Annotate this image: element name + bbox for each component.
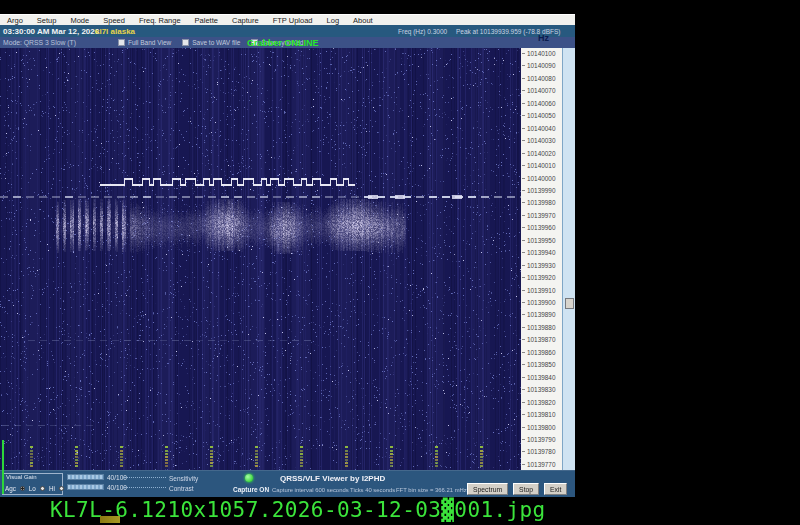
freq-scale-label: 10139840 xyxy=(521,374,562,382)
hz-unit-label: Hz xyxy=(538,33,549,43)
menu-item-speed[interactable]: Speed xyxy=(96,16,132,25)
capture-led-icon xyxy=(245,474,253,482)
sensitivity-slider-track[interactable] xyxy=(124,477,166,478)
freq-scale-label: 10139800 xyxy=(521,424,562,432)
freq-scale-label: 10139900 xyxy=(521,299,562,307)
freq-scale-label: 10139940 xyxy=(521,249,562,257)
freq-scale-label: 10139830 xyxy=(521,386,562,394)
contrast-label: Contrast xyxy=(169,485,194,492)
freq-scale-label: 10139890 xyxy=(521,311,562,319)
checkbox-label: Full Band View xyxy=(128,39,171,46)
stop-button[interactable]: Stop xyxy=(513,483,539,495)
mode-label: Mode: QRSS 3 Slow (T) xyxy=(3,39,76,46)
contrast-slider[interactable] xyxy=(67,484,104,490)
hi-label: Hi xyxy=(49,485,55,492)
hi-radio[interactable] xyxy=(59,486,64,491)
current-time-cursor xyxy=(2,470,4,494)
menu-item-mode[interactable]: Mode xyxy=(63,16,96,25)
freq-scale-label: 10139780 xyxy=(521,448,562,456)
freq-scale-label: 10140040 xyxy=(521,125,562,133)
freq-scale-label: 10139920 xyxy=(521,274,562,282)
spectrum-button[interactable]: Spectrum xyxy=(467,483,508,495)
ticks-label: Ticks 40 seconds xyxy=(350,487,395,493)
info-bar: 03:30:00 AM Mar 12, 2026 kl7l alaska Fre… xyxy=(0,25,575,37)
freq-scale-label: 10139950 xyxy=(521,237,562,245)
freq-scale-label: 10140090 xyxy=(521,62,562,70)
freq-scale-label: 10139850 xyxy=(521,361,562,369)
mode-bar: Mode: QRSS 3 Slow (T) Full Band ViewSave… xyxy=(0,37,575,48)
datetime-display: 03:30:00 AM Mar 12, 2026 xyxy=(3,27,99,36)
spectrogram-display xyxy=(0,48,521,470)
frequency-scrollbar[interactable] xyxy=(562,48,575,470)
checkbox-full-band-view[interactable]: Full Band View xyxy=(118,39,171,46)
button-group: SpectrumStopExit xyxy=(467,483,567,495)
freq-scale-label: 10139790 xyxy=(521,436,562,444)
lo-label: Lo xyxy=(29,485,36,492)
freq-scale-label: 10139990 xyxy=(521,187,562,195)
freq-scale-label: 10139810 xyxy=(521,411,562,419)
menu-item-setup[interactable]: Setup xyxy=(30,16,64,25)
agc-radio[interactable] xyxy=(20,486,25,491)
freq-scale-label: 10139860 xyxy=(521,349,562,357)
capture-status: Capture ON xyxy=(233,486,269,493)
lo-radio[interactable] xyxy=(40,486,45,491)
freq-readout: Freq (Hz) 0.3000 xyxy=(398,28,447,35)
menu-bar: ArgoSetupModeSpeedFreq. RangePaletteCapt… xyxy=(0,14,575,25)
freq-scale-label: 10140020 xyxy=(521,150,562,158)
agc-label: Agc xyxy=(5,485,16,492)
freq-scale-label: 10139820 xyxy=(521,399,562,407)
freq-scale-label: 10139770 xyxy=(521,461,562,469)
freq-scale-label: 10140070 xyxy=(521,87,562,95)
menu-item-freq-range[interactable]: Freq. Range xyxy=(132,16,188,25)
freq-scale-label: 10139970 xyxy=(521,212,562,220)
freq-scale-label: 10139960 xyxy=(521,224,562,232)
control-bar: Visual Gain Agc Lo Hi 40/100 Sensitivity… xyxy=(0,470,575,497)
agc-radio-group: Agc Lo Hi xyxy=(5,485,64,492)
menu-item-palette[interactable]: Palette xyxy=(188,16,225,25)
grabber-image-filename: KL7L-6.1210x1057.2026-03-12-03▓001.jpg xyxy=(50,498,546,522)
menu-item-log[interactable]: Log xyxy=(320,16,347,25)
scrollbar-thumb[interactable] xyxy=(565,298,574,309)
fft-bin-label: FFT bin size = 366.21 mHz xyxy=(396,487,467,493)
app-title: QRSS/VLF Viewer by I2PHD xyxy=(280,474,385,483)
callsign-label: kl7l alaska xyxy=(95,27,135,36)
freq-scale-label: 10140060 xyxy=(521,100,562,108)
checkbox-label: Save to WAV file xyxy=(192,39,240,46)
freq-scale-label: 10140030 xyxy=(521,137,562,145)
sensitivity-label: Sensitivity xyxy=(169,475,198,482)
menu-item-argo[interactable]: Argo xyxy=(0,16,30,25)
freq-scale-label: 10139910 xyxy=(521,287,562,295)
cursor-artifact xyxy=(100,516,120,523)
freq-scale-label: 10140080 xyxy=(521,75,562,83)
freq-scale-label: 10139880 xyxy=(521,324,562,332)
freq-scale-label: 10140000 xyxy=(521,175,562,183)
freq-scale-label: 10140100 xyxy=(521,50,562,58)
capture-interval-label: Capture interval 600 seconds xyxy=(272,487,349,493)
menu-item-capture[interactable]: Capture xyxy=(225,16,266,25)
freq-scale-label: 10140010 xyxy=(521,162,562,170)
argo-app-window: ArgoSetupModeSpeedFreq. RangePaletteCapt… xyxy=(0,14,575,497)
grabber-status: Grabber ONLINE xyxy=(247,38,319,48)
freq-scale-label: 10139870 xyxy=(521,336,562,344)
checkbox-box-icon[interactable] xyxy=(182,39,189,46)
checkbox-box-icon[interactable] xyxy=(118,39,125,46)
exit-button[interactable]: Exit xyxy=(544,483,567,495)
freq-scale-label: 10140050 xyxy=(521,112,562,120)
frequency-scale: 1014010010140090101400801014007010140060… xyxy=(521,48,562,470)
freq-scale-label: 10139980 xyxy=(521,199,562,207)
checkbox-save-to-wav-file[interactable]: Save to WAV file xyxy=(182,39,240,46)
sensitivity-slider[interactable] xyxy=(67,474,104,480)
freq-scale-label: 10139930 xyxy=(521,262,562,270)
contrast-slider-track[interactable] xyxy=(124,487,166,488)
menu-item-about[interactable]: About xyxy=(346,16,380,25)
visual-gain-group: Visual Gain Agc Lo Hi xyxy=(2,473,63,495)
menu-item-ftp-upload[interactable]: FTP Upload xyxy=(266,16,320,25)
visual-gain-title: Visual Gain xyxy=(6,474,37,480)
